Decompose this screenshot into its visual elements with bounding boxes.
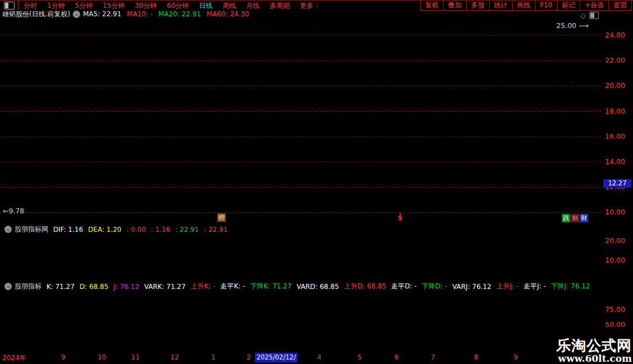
marker-badge-别: 别 (571, 214, 579, 222)
year-label: 2024年 (2, 353, 26, 363)
month-label: 12 (170, 353, 179, 361)
month-label: 5 (357, 353, 362, 361)
watermark-site-name: 乐淘公式网 (556, 338, 632, 353)
month-label: 2 (246, 353, 251, 361)
month-label: 1 (211, 353, 216, 361)
dollar-sign: $ (398, 214, 402, 222)
chart-corner-icons: ◇ (580, 11, 599, 20)
watermark-url: www.60lt.com (556, 353, 632, 364)
period-low-annotation: ←9.78 (3, 207, 24, 215)
marker-badge-榜: 榜 (217, 213, 226, 222)
trading-app-window: 分时1分钟5分钟15分钟30分钟60分钟日线周线月线多周期更多 〉 复权叠加多股… (0, 0, 633, 364)
diamond-icon[interactable]: ◇ (580, 11, 586, 20)
month-label: 7 (431, 353, 435, 361)
month-label: 10 (97, 353, 106, 361)
period-high-annotation: 25.00 ⟶ (556, 21, 589, 30)
month-label: 9 (61, 353, 66, 361)
watermark: 乐淘公式网 www.60lt.com (553, 337, 633, 364)
month-label: 9 (514, 353, 518, 361)
cursor-date-box: 2025/02/12/三 (255, 353, 297, 362)
month-label: 6 (394, 353, 399, 361)
split-panel-icon[interactable] (589, 12, 599, 19)
chart-canvas[interactable] (0, 0, 633, 364)
marker-badge-财: 财 (580, 214, 588, 222)
date-axis: 2024年 910111212456789 (0, 353, 602, 363)
cursor-price-box: 12.27 (603, 179, 631, 188)
dollar-marker: ↑$ (398, 213, 402, 220)
month-label: 11 (131, 353, 139, 361)
month-label: 4 (317, 353, 322, 361)
month-label: 8 (474, 353, 478, 361)
marker-badge-跌: 跌 (562, 214, 570, 222)
